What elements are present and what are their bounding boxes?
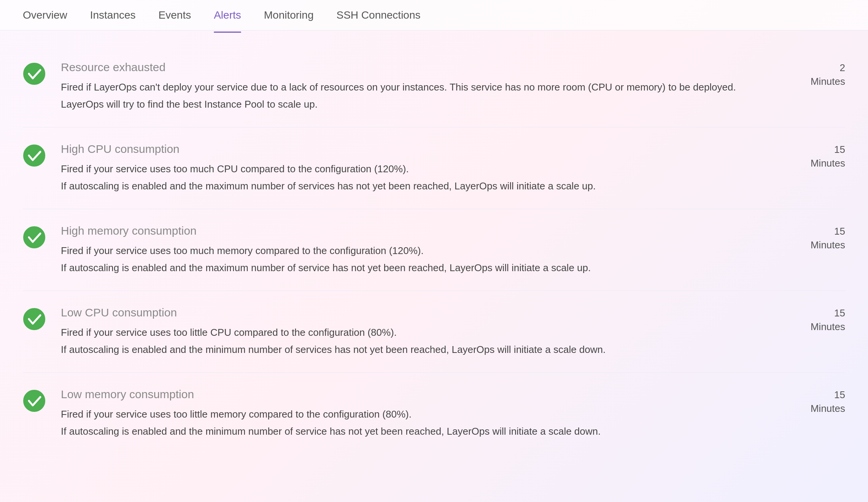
alert-title-low-cpu: Low CPU consumption	[61, 306, 784, 319]
alert-body-low-cpu: Low CPU consumption Fired if your servic…	[61, 306, 784, 357]
tab-overview[interactable]: Overview	[23, 6, 67, 24]
tab-events[interactable]: Events	[159, 6, 191, 24]
tab-alerts[interactable]: Alerts	[214, 6, 241, 24]
alert-body-resource-exhausted: Resource exhausted Fired if LayerOps can…	[61, 61, 784, 112]
check-icon-high-memory	[23, 226, 46, 249]
alert-sub-low-memory: If autoscaling is enabled and the minimu…	[61, 424, 784, 439]
tab-ssh-connections[interactable]: SSH Connections	[336, 6, 420, 24]
alerts-content: Resource exhausted Fired if LayerOps can…	[0, 30, 868, 469]
alert-sub-low-cpu: If autoscaling is enabled and the minimu…	[61, 342, 784, 357]
alert-body-high-memory: High memory consumption Fired if your se…	[61, 224, 784, 275]
alert-sub-high-cpu: If autoscaling is enabled and the maximu…	[61, 179, 784, 194]
alert-time-resource-exhausted: 2Minutes	[800, 61, 845, 89]
alert-title-high-memory: High memory consumption	[61, 224, 784, 237]
svg-point-1	[24, 145, 45, 166]
alert-item: Resource exhausted Fired if LayerOps can…	[23, 46, 845, 127]
alert-item: High CPU consumption Fired if your servi…	[23, 127, 845, 209]
alert-time-high-cpu: 15Minutes	[800, 143, 845, 170]
alert-title-resource-exhausted: Resource exhausted	[61, 61, 784, 74]
alert-time-low-memory: 15Minutes	[800, 388, 845, 416]
alert-body-high-cpu: High CPU consumption Fired if your servi…	[61, 143, 784, 194]
svg-point-3	[24, 308, 45, 330]
alert-desc-low-cpu: Fired if your service uses too little CP…	[61, 325, 784, 340]
svg-point-2	[24, 227, 45, 248]
nav-tabs: Overview Instances Events Alerts Monitor…	[0, 0, 868, 30]
alert-sub-high-memory: If autoscaling is enabled and the maximu…	[61, 261, 784, 275]
alert-item: Low CPU consumption Fired if your servic…	[23, 291, 845, 373]
alert-item: Low memory consumption Fired if your ser…	[23, 373, 845, 454]
alert-time-high-memory: 15Minutes	[800, 224, 845, 252]
svg-point-0	[24, 63, 45, 84]
alert-desc-low-memory: Fired if your service uses too little me…	[61, 407, 784, 422]
alert-title-low-memory: Low memory consumption	[61, 388, 784, 401]
alert-desc-high-memory: Fired if your service uses too much memo…	[61, 243, 784, 258]
alert-body-low-memory: Low memory consumption Fired if your ser…	[61, 388, 784, 439]
svg-point-4	[24, 390, 45, 411]
alert-desc-resource-exhausted: Fired if LayerOps can't deploy your serv…	[61, 80, 784, 95]
alert-title-high-cpu: High CPU consumption	[61, 143, 784, 156]
alert-time-low-cpu: 15Minutes	[800, 306, 845, 334]
check-icon-low-cpu	[23, 308, 46, 330]
tab-instances[interactable]: Instances	[90, 6, 136, 24]
alert-desc-high-cpu: Fired if your service uses too much CPU …	[61, 162, 784, 176]
page-wrapper: Overview Instances Events Alerts Monitor…	[0, 0, 868, 502]
alert-sub-resource-exhausted: LayerOps will try to find the best Insta…	[61, 97, 784, 112]
check-icon-high-cpu	[23, 144, 46, 167]
check-icon-resource-exhausted	[23, 62, 46, 85]
check-icon-low-memory	[23, 389, 46, 412]
alert-item: High memory consumption Fired if your se…	[23, 209, 845, 291]
tab-monitoring[interactable]: Monitoring	[264, 6, 314, 24]
